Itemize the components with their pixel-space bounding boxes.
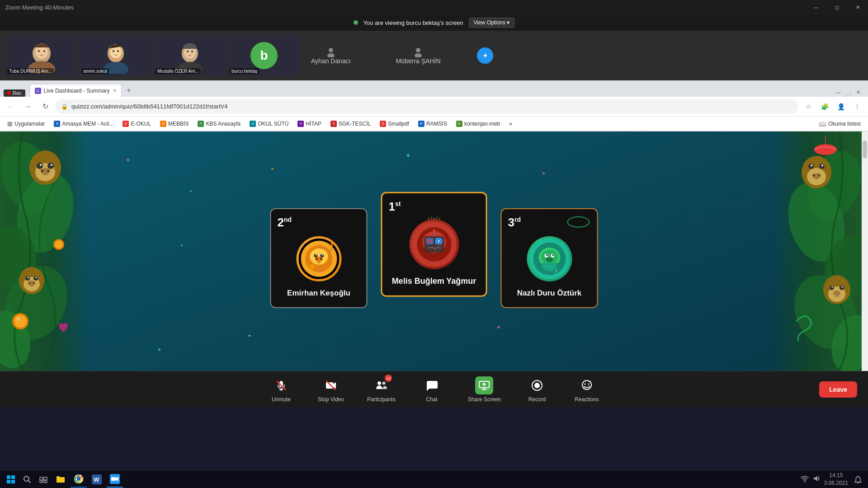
participants-badge: 12 [385,375,392,382]
chrome-taskbar-button[interactable] [71,471,87,488]
notification-button[interactable] [852,473,864,486]
screen-share-text: You are viewing burcu bektaş's screen [363,19,463,26]
more-options-button[interactable]: ⋮ [850,99,864,114]
participants-label: Participants [367,396,396,403]
participant-name-3: burcu bektaş [230,68,259,74]
view-options-button[interactable]: View Options ▾ [469,18,515,28]
podium-card-first: 1st 👑 [381,192,487,297]
screen-share-indicator-dot [354,20,358,25]
word-taskbar-button[interactable]: W [89,471,105,488]
svg-rect-133 [111,477,116,481]
task-view-button[interactable] [36,472,51,487]
zoom-bottom-bar: Unmute Stop Video 12 Participants [0,371,868,407]
share-screen-icon [475,376,493,394]
browser-close-button[interactable]: ✕ [854,88,863,97]
network-icon[interactable] [801,474,809,484]
active-browser-tab[interactable]: Q Live Dashboard - Summary ✕ [30,84,122,97]
file-explorer-taskbar-button[interactable] [52,471,69,488]
bookmark-eokul[interactable]: E E-OKUL [119,118,155,130]
svg-point-17 [327,53,335,57]
svg-text:+: + [590,380,592,385]
second-rank-label: 2nd [278,216,292,230]
tab-close-button[interactable]: ✕ [113,88,117,94]
bookmark-apps[interactable]: ⊞ Uygulamalar [4,118,48,130]
svg-point-9 [117,50,119,52]
participant-tile-0: Tuba DURMUŞ Am... [5,35,78,76]
participants-button[interactable]: 12 Participants [367,376,396,403]
chat-button[interactable]: Chat [418,376,445,403]
svg-rect-121 [7,480,10,483]
record-button[interactable]: Record [524,376,551,403]
svg-text:♪: ♪ [554,267,557,274]
svg-point-114 [534,383,540,388]
profile-button[interactable]: 👤 [834,99,848,114]
chat-label: Chat [426,396,437,403]
back-button[interactable]: ← [4,99,18,114]
extensions-puzzle-button[interactable]: 🧩 [817,99,832,114]
participants-bar: Tuba DURMUŞ Am... sevim.sokut [0,31,868,80]
svg-point-4 [43,50,45,52]
quizizz-scrollbar[interactable] [862,131,868,371]
third-avatar: ♪ [527,236,572,282]
tab-favicon: Q [35,88,41,94]
new-tab-button[interactable]: + [123,84,135,97]
search-taskbar-button[interactable] [20,472,34,487]
bookmark-hitap[interactable]: H HİTAP [294,118,325,130]
bookmark-sgk[interactable]: S SGK-TESCİL [327,118,374,130]
bookmark-more[interactable]: » [505,118,516,130]
participant-tile-2: Mustafa ÖZER Am... [154,35,226,76]
bookmark-kbs[interactable]: K KBS Anasayfa [194,118,244,130]
first-rank-label: 1st [389,200,401,214]
svg-text:W: W [94,476,99,483]
bookmark-smallpdf[interactable]: S Smallpdf [376,118,413,130]
leave-button[interactable]: Leave [819,381,857,398]
podium-card-second: 2nd [270,208,368,308]
bookmark-reading-list[interactable]: 📖 Okuma listesi [815,118,864,130]
bookmark-ramsis[interactable]: R RAMSİS [415,118,451,130]
refresh-button[interactable]: ↻ [38,99,52,114]
recording-indicator: Rec [4,89,25,97]
share-screen-button[interactable]: Share Screen [468,376,501,403]
second-avatar [296,236,341,282]
close-button[interactable]: ✕ [847,0,868,14]
svg-point-100 [546,254,547,256]
start-button[interactable] [4,472,18,487]
bookmark-kontenjan[interactable]: K kontenjan-meb [453,118,504,130]
taskbar-clock[interactable]: 14:15 3.06.2021 [824,472,848,487]
third-player-name: Nazlı Duru Öztürk [509,288,590,298]
svg-point-93 [433,230,435,232]
bookmark-amasya[interactable]: A Amasya MEM - Acil... [50,118,117,130]
participant-initial-3: b [250,42,278,69]
svg-point-134 [804,481,805,483]
reactions-button[interactable]: + Reactions [573,376,600,403]
bookmark-mebbis[interactable]: M MEBBİS [156,118,192,130]
minimize-button[interactable]: — [806,0,826,14]
scrollbar-thumb[interactable] [863,141,867,159]
participant-extra: Ayhan Danacı Müberra ŞAHİN [311,47,863,65]
bookmark-okulsütu[interactable]: O OKUL SÜTÜ [246,118,292,130]
chat-icon [423,376,441,394]
expand-participants-button[interactable] [477,47,493,64]
participant-name-1: sevim.sokut [81,68,109,74]
unmute-button[interactable]: Unmute [268,376,295,403]
system-tray: 14:15 3.06.2021 [801,472,864,487]
share-screen-label: Share Screen [468,396,501,403]
svg-rect-108 [326,382,333,389]
participant-name-2: Mustafa ÖZER Am... [156,68,201,74]
volume-icon[interactable] [812,474,821,484]
svg-point-110 [377,381,381,385]
svg-point-19 [415,53,422,57]
address-bar[interactable]: 🔒 quizizz.com/admin/quiz/60b8b54111fdf70… [55,99,798,114]
stop-video-button[interactable]: Stop Video [317,376,344,403]
forward-button[interactable]: → [21,99,35,114]
svg-point-14 [191,51,193,52]
maximize-button[interactable]: ◻ [826,0,847,14]
participant-tile-3: b burcu bektaş [228,35,300,76]
bookmark-star-button[interactable]: ☆ [801,99,816,114]
stop-video-icon [322,376,340,394]
first-avatar [409,220,459,269]
reactions-icon: + [578,376,596,394]
browser-minimize-button[interactable]: — [834,88,843,97]
zoom-taskbar-button[interactable] [107,471,123,488]
browser-restore-button[interactable]: ⬜ [844,88,853,97]
